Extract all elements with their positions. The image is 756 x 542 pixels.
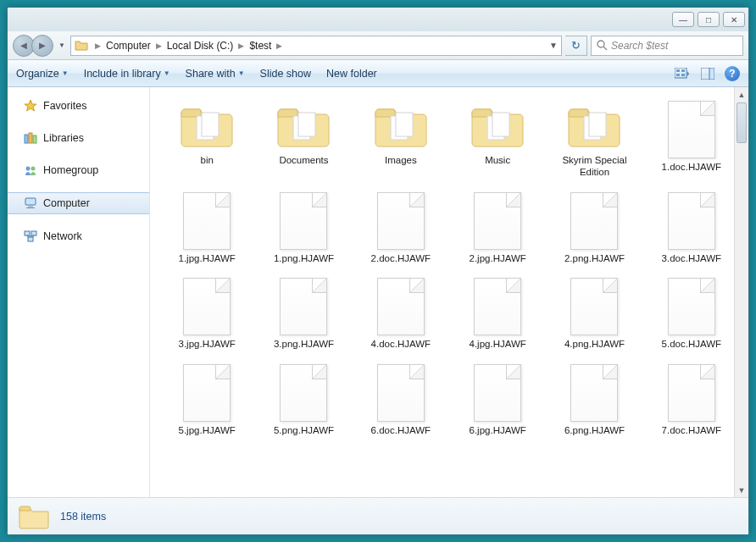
sidebar-homegroup[interactable]: Homegroup: [8, 160, 149, 180]
toolbar: Organize▼ Include in library▼ Share with…: [8, 60, 748, 87]
share-with-menu[interactable]: Share with▼: [186, 68, 245, 80]
folder-icon: [467, 101, 528, 152]
breadcrumb-segment[interactable]: $test: [247, 40, 273, 52]
preview-pane-button[interactable]: [699, 65, 716, 82]
file-item[interactable]: 6.doc.HJAWF: [354, 361, 447, 440]
sidebar-network[interactable]: Network: [8, 226, 149, 246]
item-label: 6.doc.HJAWF: [371, 425, 431, 437]
file-item[interactable]: 1.png.HJAWF: [257, 189, 350, 268]
file-icon: [668, 278, 715, 335]
file-item[interactable]: 6.png.HJAWF: [548, 361, 641, 440]
item-label: 3.jpg.HJAWF: [179, 339, 236, 351]
file-icon: [183, 278, 231, 335]
file-icon: [377, 364, 425, 422]
svg-rect-4: [681, 69, 685, 72]
forward-button[interactable]: ►: [31, 35, 53, 57]
item-label: 1.jpg.HJAWF: [179, 253, 236, 265]
file-icon: [377, 278, 425, 335]
svg-point-13: [31, 167, 36, 171]
folder-icon: [564, 101, 625, 152]
folder-item[interactable]: Images: [354, 97, 447, 182]
file-list: binDocumentsImagesMusicSkyrim Special Ed…: [150, 87, 748, 497]
libraries-icon: [23, 130, 38, 146]
file-item[interactable]: 3.png.HJAWF: [257, 274, 350, 354]
organize-menu[interactable]: Organize▼: [16, 68, 69, 80]
star-icon: [23, 98, 38, 113]
dropdown-icon[interactable]: ▼: [549, 41, 558, 50]
minimize-button[interactable]: —: [672, 12, 694, 27]
item-label: 4.jpg.HJAWF: [470, 339, 526, 351]
svg-line-1: [603, 47, 607, 50]
folder-item[interactable]: Skyrim Special Edition: [548, 97, 641, 182]
folder-item[interactable]: bin: [160, 97, 253, 182]
help-button[interactable]: ?: [725, 66, 740, 81]
svg-point-12: [26, 167, 31, 171]
item-label: Music: [485, 155, 510, 167]
history-dropdown[interactable]: ▼: [57, 41, 67, 49]
file-item[interactable]: 6.jpg.HJAWF: [451, 361, 544, 440]
svg-rect-6: [681, 74, 685, 76]
item-label: 4.png.HJAWF: [564, 339, 625, 351]
file-item[interactable]: 2.doc.HJAWF: [354, 189, 447, 268]
file-item[interactable]: 4.doc.HJAWF: [354, 274, 447, 354]
file-item[interactable]: 1.doc.HJAWF: [645, 97, 738, 182]
file-icon: [668, 192, 715, 250]
folder-item[interactable]: Documents: [257, 97, 350, 182]
svg-rect-2: [675, 68, 687, 78]
file-item[interactable]: 1.jpg.HJAWF: [160, 189, 253, 268]
view-options-button[interactable]: [674, 65, 691, 82]
scroll-down-button[interactable]: ▼: [735, 483, 748, 497]
search-icon: [597, 40, 608, 51]
svg-rect-10: [29, 133, 32, 143]
chevron-right-icon: ▶: [273, 41, 286, 50]
file-icon: [570, 192, 618, 250]
file-item[interactable]: 5.png.HJAWF: [257, 361, 350, 440]
file-item[interactable]: 5.doc.HJAWF: [645, 274, 738, 354]
item-label: 3.doc.HJAWF: [662, 253, 722, 265]
item-label: 2.jpg.HJAWF: [470, 253, 526, 265]
svg-rect-11: [33, 136, 36, 143]
file-item[interactable]: 2.jpg.HJAWF: [451, 189, 544, 268]
file-item[interactable]: 7.doc.HJAWF: [645, 361, 738, 440]
item-label: 2.png.HJAWF: [564, 253, 625, 265]
scroll-up-button[interactable]: ▲: [735, 87, 748, 102]
file-item[interactable]: 4.jpg.HJAWF: [451, 274, 544, 354]
file-icon: [280, 278, 327, 335]
sidebar-item-label: Favorites: [43, 100, 86, 112]
maximize-button[interactable]: □: [698, 12, 720, 27]
file-icon: [474, 364, 521, 422]
slideshow-button[interactable]: Slide show: [260, 68, 311, 80]
address-bar[interactable]: ▶ Computer ▶ Local Disk (C:) ▶ $test ▶ ▼: [70, 36, 562, 56]
breadcrumb-segment[interactable]: Computer: [104, 40, 153, 52]
scrollbar[interactable]: ▲ ▼: [734, 87, 748, 497]
sidebar-libraries[interactable]: Libraries: [8, 128, 149, 148]
folder-item[interactable]: Music: [451, 97, 544, 182]
item-label: 6.png.HJAWF: [564, 425, 625, 437]
svg-rect-19: [28, 237, 33, 241]
file-item[interactable]: 2.png.HJAWF: [548, 189, 641, 268]
svg-rect-21: [202, 113, 219, 136]
new-folder-button[interactable]: New folder: [326, 68, 377, 80]
file-item[interactable]: 4.png.HJAWF: [548, 274, 641, 354]
sidebar-computer[interactable]: Computer: [8, 192, 149, 214]
svg-rect-27: [492, 113, 509, 136]
item-label: 5.png.HJAWF: [274, 425, 334, 437]
file-icon: [570, 364, 618, 422]
file-item[interactable]: 5.jpg.HJAWF: [160, 361, 253, 440]
include-library-menu[interactable]: Include in library▼: [84, 68, 170, 80]
item-label: 3.png.HJAWF: [274, 339, 334, 351]
chevron-right-icon: ▶: [153, 41, 165, 50]
item-label: 4.doc.HJAWF: [371, 339, 431, 351]
search-placeholder: Search $test: [611, 40, 668, 52]
refresh-button[interactable]: ↻: [565, 36, 587, 56]
sidebar-favorites[interactable]: Favorites: [8, 96, 149, 116]
file-item[interactable]: 3.doc.HJAWF: [645, 189, 738, 268]
search-input[interactable]: Search $test: [591, 36, 743, 56]
breadcrumb-segment[interactable]: Local Disk (C:): [165, 40, 236, 52]
sidebar-item-label: Computer: [43, 197, 90, 209]
close-button[interactable]: ✕: [723, 12, 745, 27]
file-item[interactable]: 3.jpg.HJAWF: [160, 274, 253, 354]
svg-rect-9: [25, 135, 28, 143]
scroll-thumb[interactable]: [737, 102, 747, 143]
item-label: Documents: [279, 155, 328, 167]
